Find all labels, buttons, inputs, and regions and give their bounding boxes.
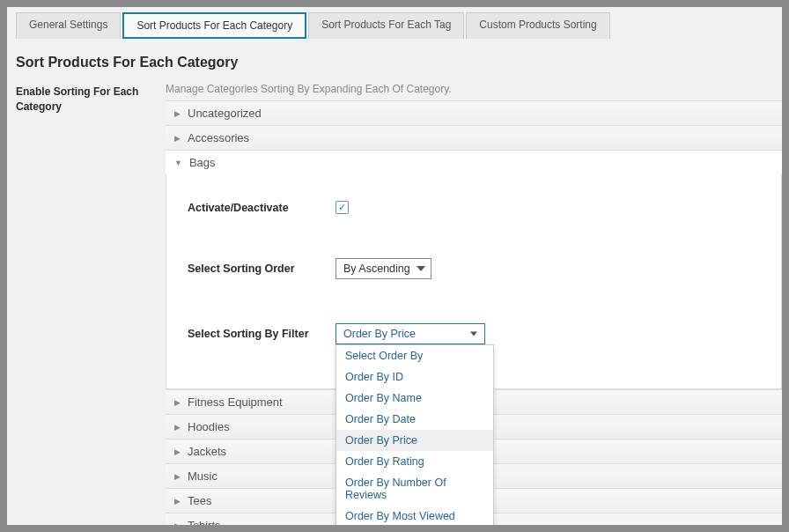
category-accessories[interactable]: ▶ Accessories [166, 125, 782, 151]
category-label: Fitness Equipment [188, 395, 283, 409]
category-label: Tees [188, 494, 211, 507]
category-label: Music [188, 469, 218, 483]
filter-option[interactable]: Order By Most Viewed [336, 506, 493, 525]
check-icon: ✓ [338, 202, 346, 213]
chevron-right-icon: ▶ [174, 497, 181, 506]
filter-option[interactable]: Order By Name [336, 388, 493, 409]
category-uncategorized[interactable]: ▶ Uncategorized [166, 100, 782, 126]
filter-option[interactable]: Select Order By [336, 345, 493, 366]
filter-option[interactable]: Order By Price [336, 430, 493, 451]
category-label: Tshirts [188, 519, 221, 525]
chevron-right-icon: ▶ [174, 423, 181, 432]
section-label: Enable Sorting For Each Category [16, 83, 166, 525]
category-bags-body: Activate/Deactivate ✓ Select Sorting Ord… [166, 174, 782, 389]
page-title: Sort Products For Each Category [7, 39, 782, 83]
chevron-right-icon: ▶ [174, 109, 181, 118]
section-description: Manage Categories Sorting By Expanding E… [166, 83, 782, 100]
tab-bar: General Settings Sort Products For Each … [7, 7, 782, 39]
sorting-filter-label: Select Sorting By Filter [188, 328, 336, 340]
category-label: Accessories [188, 131, 249, 144]
sorting-filter-dropdown: Select Order By Order By ID Order By Nam… [336, 344, 494, 525]
sorting-order-select[interactable]: By Ascending [336, 258, 431, 279]
category-bags[interactable]: ▼ Bags [166, 150, 782, 175]
chevron-down-icon: ▼ [174, 159, 182, 167]
sorting-filter-combo[interactable]: Order By Price Select Order By Order By … [336, 323, 485, 344]
category-label: Jackets [188, 445, 226, 458]
activate-label: Activate/Deactivate [188, 202, 336, 214]
chevron-right-icon: ▶ [174, 521, 181, 526]
sorting-order-label: Select Sorting Order [188, 262, 336, 275]
filter-option[interactable]: Order By Number Of Reviews [336, 472, 493, 506]
filter-option[interactable]: Order By ID [336, 366, 493, 388]
category-label: Hoodies [188, 420, 230, 433]
chevron-right-icon: ▶ [174, 472, 181, 481]
tab-sort-category[interactable]: Sort Products For Each Category [122, 12, 306, 39]
activate-checkbox[interactable]: ✓ [336, 201, 349, 214]
sorting-filter-display[interactable]: Order By Price [336, 323, 485, 344]
tab-sort-tag[interactable]: Sort Products For Each Tag [308, 12, 464, 39]
tab-custom-sorting[interactable]: Custom Products Sorting [466, 12, 609, 39]
category-label: Uncategorized [188, 107, 262, 120]
category-label: Bags [189, 156, 216, 169]
tab-general-settings[interactable]: General Settings [16, 12, 121, 39]
filter-option[interactable]: Order By Date [336, 409, 493, 430]
chevron-right-icon: ▶ [174, 134, 181, 143]
filter-option[interactable]: Order By Rating [336, 451, 493, 472]
settings-panel: General Settings Sort Products For Each … [7, 7, 782, 525]
chevron-right-icon: ▶ [174, 447, 181, 456]
chevron-right-icon: ▶ [174, 398, 181, 407]
